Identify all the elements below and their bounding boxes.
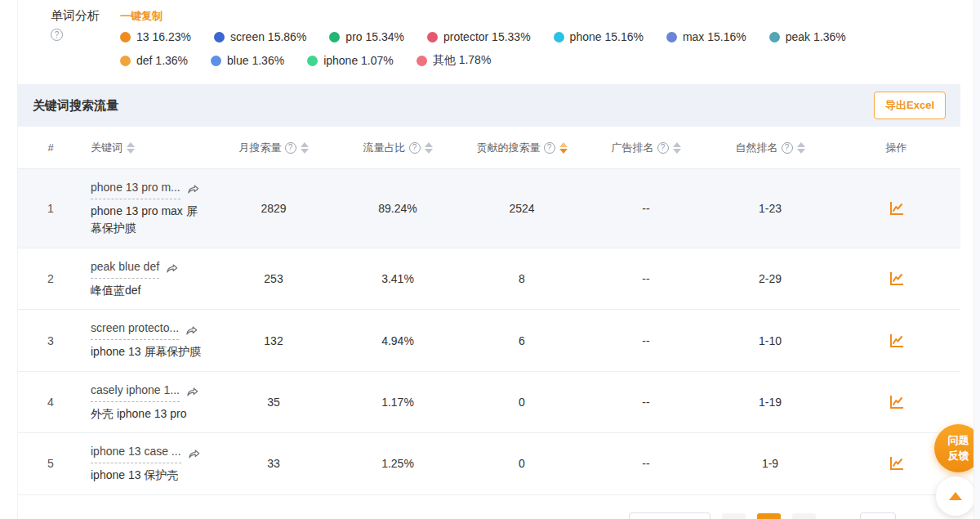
word-analysis-title: 单词分析: [51, 8, 120, 24]
prev-page-button[interactable]: [722, 513, 746, 519]
keyword-translation: iphone 13 保护壳: [91, 467, 178, 485]
legend-item: pro 15.34%: [329, 30, 404, 43]
col-ad-rank: 广告排名: [584, 141, 708, 155]
legend-dot: [769, 32, 780, 43]
share-icon[interactable]: [165, 262, 178, 275]
copy-all-button[interactable]: 一键复制: [120, 9, 163, 24]
help-icon[interactable]: [51, 29, 63, 41]
sort-icon[interactable]: [797, 142, 805, 154]
goto-page-input[interactable]: [860, 512, 896, 519]
help-icon[interactable]: [285, 142, 296, 154]
table-row: 2 peak blue def 峰值蓝def 253 3.41% 8 -- 2-…: [18, 248, 960, 310]
keyword-traffic-section: 关键词搜索流量 导出Excel # 关键词 月搜索量 流量占比 贡献的搜索量: [17, 84, 960, 519]
next-page-button[interactable]: [792, 513, 816, 519]
sort-icon[interactable]: [127, 142, 135, 154]
section-header: 关键词搜索流量 导出Excel: [18, 84, 960, 127]
keyword-translation: 外壳 iphone 13 pro: [91, 405, 187, 423]
share-icon[interactable]: [185, 324, 198, 337]
legend-item: protector 15.33%: [427, 30, 531, 43]
export-excel-button[interactable]: 导出Excel: [874, 92, 946, 119]
keyword-translation: phone 13 pro max 屏幕保护膜: [91, 203, 208, 238]
legend-item: screen 15.86%: [214, 30, 306, 43]
share-icon[interactable]: [187, 447, 200, 460]
table-row: 3 screen protecto... iphone 13 屏幕保护膜 132…: [18, 310, 960, 371]
word-legend: 13 16.23% screen 15.86% pro 15.34% prote…: [120, 30, 945, 78]
col-index: #: [18, 141, 83, 154]
legend-item: def 1.36%: [120, 53, 188, 68]
legend-dot: [329, 32, 340, 43]
keyword-link[interactable]: phone 13 pro m...: [91, 179, 180, 199]
legend-dot: [427, 32, 438, 43]
legend-dot: [554, 32, 564, 43]
sort-icon-active[interactable]: [559, 142, 568, 154]
pagination-bar: 共 5 条 10条/页 1 前往 页: [18, 495, 960, 519]
legend-item: 13 16.23%: [120, 30, 191, 43]
help-icon[interactable]: [657, 142, 669, 154]
arrow-up-icon: [949, 492, 962, 500]
trend-chart-icon[interactable]: [888, 454, 906, 472]
share-icon[interactable]: [186, 182, 199, 195]
legend-item: max 15.16%: [666, 30, 746, 43]
col-organic-rank: 自然排名: [708, 141, 832, 155]
col-contributed-search: 贡献的搜索量: [460, 141, 584, 155]
legend-item: blue 1.36%: [211, 53, 284, 68]
help-icon[interactable]: [409, 142, 421, 154]
keyword-translation: 峰值蓝def: [91, 282, 140, 300]
sort-icon[interactable]: [673, 142, 681, 154]
trend-chart-icon[interactable]: [888, 332, 906, 350]
legend-item: iphone 1.07%: [307, 53, 394, 68]
col-monthly-search: 月搜索量: [212, 141, 336, 155]
trend-chart-icon[interactable]: [888, 199, 906, 217]
section-title: 关键词搜索流量: [33, 98, 118, 114]
table-row: 5 iphone 13 case ... iphone 13 保护壳 33 1.…: [18, 433, 960, 494]
keyword-translation: iphone 13 屏幕保护膜: [91, 343, 201, 361]
page-gutter: [973, 0, 980, 519]
table-header: # 关键词 月搜索量 流量占比 贡献的搜索量 广告排名: [18, 127, 960, 169]
current-page-button[interactable]: 1: [757, 513, 781, 519]
legend-dot: [307, 56, 318, 66]
help-icon[interactable]: [544, 142, 555, 154]
table-row: 4 casely iphone 1... 外壳 iphone 13 pro 35…: [18, 372, 960, 433]
legend-dot: [214, 32, 225, 43]
col-traffic-share: 流量占比: [336, 141, 460, 155]
legend-dot: [211, 56, 221, 66]
sort-icon[interactable]: [425, 142, 433, 154]
col-keyword: 关键词: [83, 141, 212, 155]
share-icon[interactable]: [185, 385, 198, 398]
page-size-select[interactable]: 10条/页: [629, 512, 710, 519]
trend-chart-icon[interactable]: [888, 393, 906, 411]
legend-dot: [120, 32, 131, 43]
legend-item: 其他 1.78%: [416, 53, 492, 68]
help-icon[interactable]: [782, 142, 793, 154]
word-analysis-panel: 单词分析 一键复制 13 16.23% screen 15.86% pro 15…: [17, 0, 980, 84]
legend-item: phone 15.16%: [554, 30, 644, 43]
keyword-link[interactable]: iphone 13 case ...: [91, 443, 181, 463]
legend-item: peak 1.36%: [769, 30, 846, 43]
trend-chart-icon[interactable]: [888, 270, 906, 288]
keyword-link[interactable]: casely iphone 1...: [91, 382, 180, 402]
legend-dot: [120, 56, 131, 66]
col-action: 操作: [832, 141, 960, 155]
table-row: 1 phone 13 pro m... phone 13 pro max 屏幕保…: [18, 169, 960, 248]
keyword-link[interactable]: screen protecto...: [91, 320, 179, 340]
keyword-analysis-page: 单词分析 一键复制 13 16.23% screen 15.86% pro 15…: [0, 0, 980, 519]
legend-dot: [416, 56, 427, 66]
back-to-top-button[interactable]: [936, 476, 975, 516]
sort-icon[interactable]: [301, 142, 309, 154]
legend-dot: [666, 32, 677, 43]
keyword-link[interactable]: peak blue def: [91, 258, 159, 279]
